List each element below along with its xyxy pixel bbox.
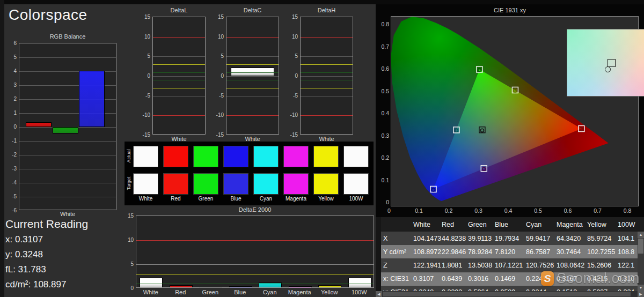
- refline-deltah: [301, 64, 353, 65]
- swatch-actual-yellow: [313, 146, 339, 167]
- table-cell: 15.2606: [587, 262, 611, 269]
- deltae-xlabel-cyan: Cyan: [255, 289, 285, 295]
- gridline-deltah: [301, 96, 353, 96]
- table-cell: 85.9724: [587, 235, 611, 242]
- cie-chart-title: CIE 1931 xy: [376, 7, 644, 13]
- swatch-actual-blue: [223, 146, 248, 167]
- table-gutter: [376, 217, 381, 297]
- refline-deltah: [301, 80, 353, 80]
- table-rowlabel: X: [383, 235, 387, 242]
- table-cell: 39.9113: [468, 235, 492, 242]
- swatch-actual-green: [193, 146, 218, 167]
- deltae-xlabel-magenta: Magenta: [285, 289, 315, 295]
- table-row[interactable]: Y cd/m²108.897222.984678.92847.812086.75…: [376, 245, 644, 258]
- vscroll-thumb[interactable]: [638, 239, 643, 254]
- rgb-bar-blue: [79, 71, 105, 127]
- cie-xtick: 0.5: [531, 207, 546, 214]
- refline-deltal: [153, 88, 205, 88]
- table-cell: 1.8081: [442, 262, 462, 269]
- cie-ytick: 0.8: [377, 21, 389, 27]
- scroll-right-icon[interactable]: ▶: [638, 291, 644, 297]
- cie-1931-panel: CIE 1931 xy 0.80.70.60.50.40.30.20.1000.…: [376, 4, 644, 217]
- swatch-actual-100w: [343, 146, 369, 167]
- table-cell: 120.7526: [526, 262, 554, 269]
- ytick-deltal: -5: [136, 92, 150, 98]
- table-cell: 108.8: [618, 248, 634, 256]
- table-cell: 64.3420: [557, 235, 581, 242]
- table-cell: 107.1221: [495, 262, 523, 269]
- cie-xtick: 0.7: [590, 207, 605, 214]
- table-rowlabel: x: CIE31: [383, 275, 409, 283]
- deltae-bar-yellow: [318, 285, 341, 288]
- deltae-bar-green: [199, 287, 222, 288]
- deltae-xlabel-white: White: [136, 289, 166, 295]
- deltae-bar-white: [140, 278, 163, 288]
- swatch-actual-white: [133, 146, 158, 167]
- rgb-ytick: 4: [3, 68, 17, 74]
- reading-line-fl: fL: 31.783: [5, 264, 46, 275]
- rgb-gridline: [19, 183, 116, 183]
- ytick-deltac: 15: [210, 14, 224, 20]
- refline-deltah: [301, 72, 353, 73]
- deltae-xlabel-yellow: Yellow: [314, 289, 345, 295]
- deltae-bar-magenta: [289, 286, 312, 288]
- refline-deltac: [226, 115, 279, 116]
- swatch-target-red: [163, 173, 188, 195]
- rgb-gridline: [19, 141, 116, 142]
- deltae-refline: [136, 274, 374, 274]
- swatch-rowlabel-target: Target: [126, 172, 131, 195]
- reading-line-cdm2: cd/m²: 108.897: [5, 279, 66, 290]
- cie-xtick: 0.6: [560, 207, 575, 214]
- cie-plot-area: [391, 16, 639, 206]
- swatch-col-label: Green: [189, 196, 223, 202]
- deltae-refline: [136, 264, 374, 265]
- cie-ytick: 0.7: [377, 43, 389, 50]
- swatch-target-white: [133, 173, 158, 195]
- refline-deltal: [153, 72, 205, 73]
- table-cell: 122.1: [618, 262, 634, 269]
- cie-white-inset: [567, 29, 644, 96]
- refline-deltal: [153, 115, 205, 116]
- cie-ytick: 0: [377, 199, 389, 205]
- gridline-deltal: [153, 56, 205, 57]
- ytick-deltah: 15: [284, 14, 298, 20]
- rgb-ytick: 3: [3, 82, 17, 88]
- ytick-deltac: 5: [210, 53, 224, 59]
- reading-line-x: x: 0.3107: [5, 234, 43, 245]
- refline-deltal: [153, 64, 205, 65]
- table-cell: 102.7255: [587, 248, 615, 256]
- table-cell: 104.1: [618, 235, 634, 242]
- cie-ytick: 0.5: [377, 88, 389, 94]
- rgb-ytick: 5: [3, 54, 17, 60]
- swatch-col-label: Magenta: [279, 196, 313, 202]
- rgb-gridline: [19, 155, 116, 155]
- rgb-gridline: [19, 197, 116, 197]
- rgb-balance-plot: [19, 43, 116, 210]
- reading-line-y: y: 0.3248: [5, 249, 43, 260]
- rgb-xlabel: White: [19, 211, 116, 217]
- ytick-deltal: 0: [136, 73, 150, 79]
- scroll-left-icon[interactable]: ◀: [376, 291, 382, 297]
- deltae-ytick: 0: [120, 285, 134, 291]
- rgb-ytick: -5: [3, 194, 17, 199]
- ytick-deltah: 5: [284, 53, 298, 59]
- scroll-up-icon[interactable]: ▲: [638, 232, 644, 238]
- chart-title-deltal: DeltaL: [146, 7, 212, 13]
- refline-deltah: [301, 37, 353, 38]
- rgb-ytick: 2: [3, 96, 17, 102]
- table-header-cyan: Cyan: [526, 221, 541, 228]
- table-header-row: WhiteRedGreenBlueCyanMagentaYellow100W: [376, 217, 644, 232]
- swatch-col-label: 100W: [339, 196, 373, 202]
- deltae-ytick: 10: [120, 237, 134, 243]
- table-hscrollbar[interactable]: ◀▶: [376, 291, 644, 297]
- ytick-deltac: -10: [210, 112, 224, 118]
- swatch-col-label: Blue: [219, 196, 253, 202]
- deltae-bar-100w: [348, 278, 371, 288]
- table-cell: 7.8120: [495, 248, 515, 256]
- table-row[interactable]: X104.147344.823839.911319.793459.941764.…: [376, 232, 644, 245]
- swatch-target-green: [193, 173, 218, 195]
- hscroll-thumb[interactable]: [383, 292, 631, 296]
- table-cell: 122.1941: [413, 262, 441, 269]
- cie-xtick: 0.2: [441, 207, 456, 214]
- rgb-ytick: -6: [3, 207, 17, 213]
